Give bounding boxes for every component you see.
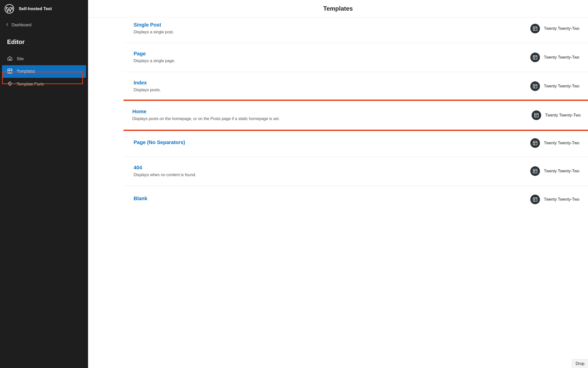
template-row[interactable]: Page (No Separators) Twenty Twenty-Two — [123, 130, 588, 157]
template-description: Displays a single page. — [134, 58, 522, 64]
svg-rect-10 — [533, 56, 537, 59]
sidebar-item-template-parts[interactable]: Template Parts — [2, 78, 86, 90]
theme-name: Twenty Twenty-Two — [544, 26, 579, 31]
site-title: Self-hosted Test — [19, 6, 52, 11]
dashboard-back-link[interactable]: Dashboard — [0, 19, 88, 31]
template-title-link[interactable]: Index — [134, 80, 522, 86]
template-title-link[interactable]: Page (No Separators) — [134, 140, 522, 145]
template-row[interactable]: 404 Displays when no content is found. T… — [123, 157, 588, 186]
svg-rect-1 — [9, 59, 10, 60]
layout-icon — [530, 166, 540, 176]
template-description: Displays a single post. — [134, 29, 522, 35]
theme-name: Twenty Twenty-Two — [545, 113, 581, 118]
home-icon — [7, 56, 13, 62]
layout-icon — [530, 53, 540, 62]
sidebar-item-label: Template Parts — [17, 82, 44, 86]
svg-rect-2 — [8, 69, 12, 73]
template-description: Displays posts. — [134, 87, 522, 93]
main-content: Templates x Single Post Displays a singl… — [88, 0, 588, 368]
theme-name: Twenty Twenty-Two — [544, 141, 579, 145]
template-row[interactable]: Index Displays posts. Twenty Twenty-Two — [123, 72, 588, 101]
back-label: Dashboard — [12, 23, 31, 27]
template-title-link[interactable]: Page — [134, 51, 522, 57]
template-source: Twenty Twenty-Two — [530, 166, 579, 176]
theme-name: Twenty Twenty-Two — [544, 55, 579, 60]
chevron-left-icon — [6, 23, 9, 27]
sidebar-item-label: Site — [17, 57, 24, 61]
layout-icon — [530, 24, 540, 33]
template-row[interactable]: Single Post Displays a single post. Twen… — [123, 17, 588, 43]
sidebar-section-title: Editor — [0, 31, 88, 51]
layout-icon — [530, 138, 540, 148]
template-title-link[interactable]: Blank — [134, 196, 522, 201]
svg-rect-25 — [533, 197, 537, 201]
layout-icon — [532, 110, 541, 120]
template-row-highlighted[interactable]: Home Displays posts on the homepage, or … — [123, 100, 588, 131]
svg-rect-13 — [533, 84, 537, 88]
diamond-icon — [7, 81, 13, 87]
theme-name: Twenty Twenty-Two — [544, 169, 579, 173]
page-title: Templates — [323, 5, 353, 12]
drop-button[interactable]: Drop — [572, 359, 588, 368]
theme-name: Twenty Twenty-Two — [544, 197, 579, 202]
layout-icon — [530, 195, 540, 204]
template-description: Displays posts on the homepage, or on th… — [132, 116, 523, 122]
template-source: Twenty Twenty-Two — [530, 138, 579, 148]
wordpress-logo-icon[interactable] — [5, 4, 14, 14]
theme-name: Twenty Twenty-Two — [544, 84, 579, 88]
sidebar-header: Self-hosted Test — [0, 0, 88, 17]
sidebar-item-site[interactable]: Site — [2, 53, 86, 65]
templates-list: x Single Post Displays a single post. Tw… — [123, 17, 588, 213]
sidebar-item-templates[interactable]: Templates — [2, 65, 86, 78]
svg-rect-22 — [533, 169, 537, 173]
templates-scroll[interactable]: x Single Post Displays a single post. Tw… — [123, 17, 588, 368]
template-source: Twenty Twenty-Two — [532, 110, 581, 120]
template-description: Displays when no content is found. — [134, 172, 522, 178]
template-title-link[interactable]: Home — [132, 109, 523, 114]
svg-rect-7 — [533, 27, 537, 30]
template-title-link[interactable]: 404 — [134, 165, 522, 171]
sidebar-nav: Site Templates Template Parts — [0, 51, 88, 90]
template-source: Twenty Twenty-Two — [530, 24, 579, 33]
template-title-link[interactable]: Single Post — [134, 22, 522, 28]
template-source: Twenty Twenty-Two — [530, 53, 579, 62]
template-source: Twenty Twenty-Two — [530, 81, 579, 91]
sidebar-item-label: Templates — [17, 69, 35, 74]
template-source: Twenty Twenty-Two — [530, 195, 579, 204]
template-row[interactable]: Blank Twenty Twenty-Two — [123, 186, 588, 213]
svg-rect-16 — [534, 113, 538, 117]
layout-icon — [530, 81, 540, 91]
svg-rect-19 — [533, 141, 537, 145]
svg-line-6 — [9, 83, 11, 85]
layout-icon — [7, 68, 13, 75]
sidebar: Self-hosted Test Dashboard Editor Site — [0, 0, 88, 368]
template-row[interactable]: Page Displays a single page. Twenty Twen… — [123, 43, 588, 72]
main-header: Templates — [88, 0, 588, 17]
